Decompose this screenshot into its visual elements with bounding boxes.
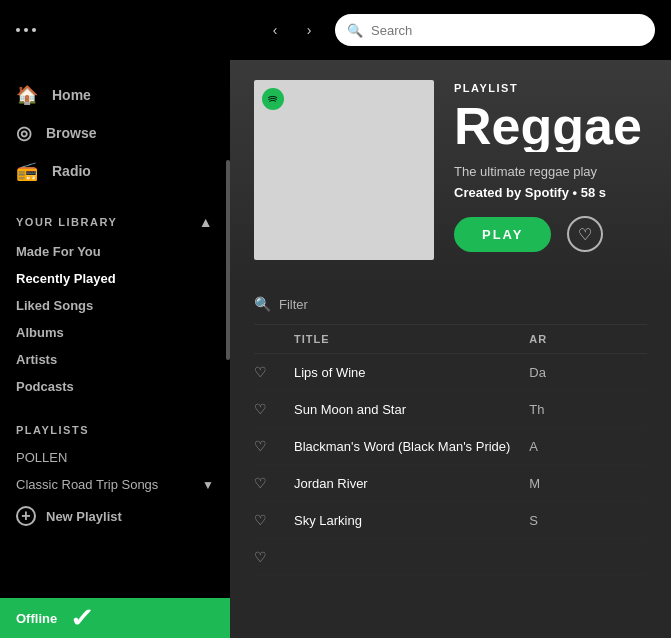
header-like [254, 333, 294, 345]
like-icon-6[interactable]: ♡ [254, 549, 294, 565]
track-title-5: Sky Larking [294, 513, 529, 528]
table-row[interactable]: ♡ Jordan River M [254, 465, 647, 502]
song-count: 58 s [581, 185, 606, 200]
offline-bar: Offline ✓ [0, 598, 230, 638]
sidebar-nav: 🏠 Home ◎ Browse 📻 Radio [0, 60, 230, 198]
radio-icon: 📻 [16, 160, 38, 182]
playlist-item-classic-road-trip[interactable]: Classic Road Trip Songs ▼ [0, 471, 230, 498]
new-playlist-button[interactable]: + New Playlist [0, 498, 230, 534]
playlist-description: The ultimate reggae play [454, 164, 642, 179]
offline-label: Offline [16, 611, 57, 626]
like-icon-5[interactable]: ♡ [254, 512, 294, 528]
header-artist: AR [529, 333, 647, 345]
track-title-1: Lips of Wine [294, 365, 529, 380]
plus-icon: + [16, 506, 36, 526]
sidebar: 🏠 Home ◎ Browse 📻 Radio YOUR LIBRARY ▲ M… [0, 60, 230, 638]
sidebar-item-home[interactable]: 🏠 Home [0, 76, 230, 114]
playlist-hero: PLAYLIST Reggae The ultimate reggae play… [230, 60, 671, 284]
track-title-3: Blackman's Word (Black Man's Pride) [294, 439, 529, 454]
sidebar-item-home-label: Home [52, 87, 91, 103]
sidebar-item-browse-label: Browse [46, 125, 97, 141]
filter-search-icon: 🔍 [254, 296, 271, 312]
top-bar: ‹ › 🔍 [0, 0, 671, 60]
table-row[interactable]: ♡ Blackman's Word (Black Man's Pride) A [254, 428, 647, 465]
sidebar-item-artists[interactable]: Artists [0, 346, 230, 373]
sidebar-item-made-for-you[interactable]: Made For You [0, 238, 230, 265]
sidebar-item-radio[interactable]: 📻 Radio [0, 152, 230, 190]
filter-row: 🔍 Filter [254, 284, 647, 325]
like-icon-4[interactable]: ♡ [254, 475, 294, 491]
created-by-label: Created by [454, 185, 521, 200]
playlist-info: PLAYLIST Reggae The ultimate reggae play… [454, 82, 642, 260]
heart-button[interactable]: ♡ [567, 216, 603, 252]
expand-icon: ▼ [202, 478, 214, 492]
table-row[interactable]: ♡ Lips of Wine Da [254, 354, 647, 391]
playlist-meta: Created by Spotify • 58 s [454, 185, 642, 200]
new-playlist-label: New Playlist [46, 509, 122, 524]
playlists-section: PLAYLISTS POLLEN Classic Road Trip Songs… [0, 408, 230, 498]
playlists-header: PLAYLISTS [0, 408, 230, 444]
search-icon: 🔍 [347, 23, 363, 38]
sidebar-item-browse[interactable]: ◎ Browse [0, 114, 230, 152]
sidebar-item-recently-played[interactable]: Recently Played [0, 265, 230, 292]
sidebar-item-albums[interactable]: Albums [0, 319, 230, 346]
back-button[interactable]: ‹ [261, 16, 289, 44]
playlists-label: PLAYLISTS [16, 424, 89, 436]
track-artist-2: Th [529, 402, 647, 417]
header-title: TITLE [294, 333, 529, 345]
sidebar-item-radio-label: Radio [52, 163, 91, 179]
sidebar-item-podcasts[interactable]: Podcasts [0, 373, 230, 400]
table-row[interactable]: ♡ Sky Larking S [254, 502, 647, 539]
collapse-icon[interactable]: ▲ [199, 214, 214, 230]
track-artist-5: S [529, 513, 647, 528]
nav-arrows: ‹ › [261, 16, 323, 44]
playlist-cover [254, 80, 434, 260]
search-input[interactable] [371, 23, 643, 38]
playlist-controls: PLAY ♡ [454, 216, 642, 252]
like-icon-1[interactable]: ♡ [254, 364, 294, 380]
forward-button[interactable]: › [295, 16, 323, 44]
checkmark-icon: ✓ [69, 603, 95, 634]
playlist-title: Reggae [454, 100, 642, 152]
track-title-4: Jordan River [294, 476, 529, 491]
track-artist-1: Da [529, 365, 647, 380]
track-title-2: Sun Moon and Star [294, 402, 529, 417]
main-layout: 🏠 Home ◎ Browse 📻 Radio YOUR LIBRARY ▲ M… [0, 60, 671, 638]
search-bar: 🔍 [335, 14, 655, 46]
dot-separator: • [573, 185, 581, 200]
track-list-section: 🔍 Filter TITLE AR ♡ Lips of Wine Da ♡ Su… [230, 284, 671, 600]
content-area: PLAYLIST Reggae The ultimate reggae play… [230, 60, 671, 638]
your-library-section: YOUR LIBRARY ▲ [0, 198, 230, 238]
three-dots-menu[interactable] [16, 28, 36, 32]
home-icon: 🏠 [16, 84, 38, 106]
table-row[interactable]: ♡ [254, 539, 647, 576]
like-icon-3[interactable]: ♡ [254, 438, 294, 454]
track-header: TITLE AR [254, 325, 647, 354]
sidebar-item-liked-songs[interactable]: Liked Songs [0, 292, 230, 319]
track-artist-4: M [529, 476, 647, 491]
spotify-logo [262, 88, 284, 110]
filter-label: Filter [279, 297, 308, 312]
playlist-item-pollen[interactable]: POLLEN [0, 444, 230, 471]
library-items: Made For You Recently Played Liked Songs… [0, 238, 230, 400]
play-button[interactable]: PLAY [454, 217, 551, 252]
track-artist-3: A [529, 439, 647, 454]
table-row[interactable]: ♡ Sun Moon and Star Th [254, 391, 647, 428]
browse-icon: ◎ [16, 122, 32, 144]
playlist-type-label: PLAYLIST [454, 82, 642, 94]
your-library-label: YOUR LIBRARY [16, 216, 117, 228]
like-icon-2[interactable]: ♡ [254, 401, 294, 417]
creator-name: Spotify [525, 185, 569, 200]
